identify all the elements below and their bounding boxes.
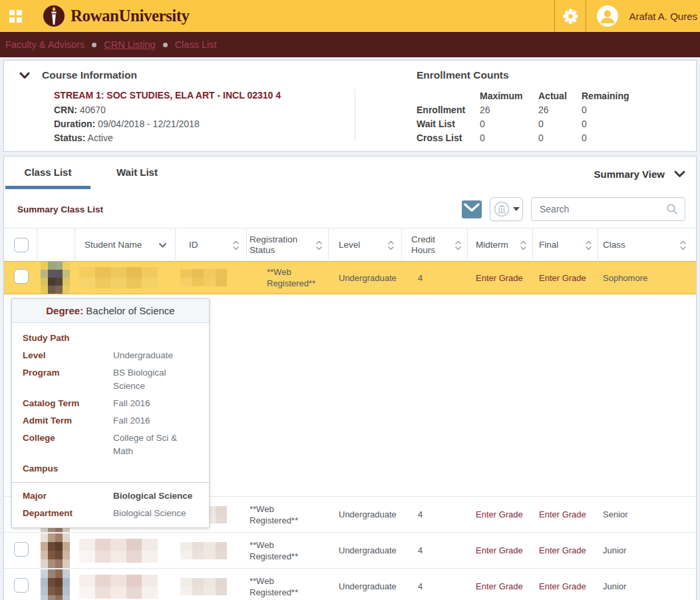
- redacted-student-id: [180, 542, 227, 559]
- column-header-credit-hours[interactable]: Credit Hours: [402, 228, 468, 262]
- redacted-student-photo: [41, 569, 70, 600]
- redacted-student-photo: [41, 262, 70, 294]
- sort-both-icon[interactable]: [315, 240, 323, 251]
- search-icon: [666, 203, 678, 215]
- sort-both-icon[interactable]: [387, 240, 395, 251]
- degree-label: Degree:: [46, 305, 83, 316]
- card-field-level: LevelUndergraduate: [12, 347, 209, 364]
- midterm-enter-grade-link[interactable]: Enter Grade: [476, 509, 523, 519]
- column-header-registration-status[interactable]: Registration Status: [247, 228, 329, 262]
- row-checkbox[interactable]: [14, 542, 29, 557]
- registration-status-cell: **Web Registered**: [247, 575, 329, 598]
- redacted-student-id: [180, 269, 227, 286]
- midterm-enter-grade-link[interactable]: Enter Grade: [476, 545, 523, 555]
- class-cell: Junior: [598, 545, 696, 556]
- level-cell: Undergraduate: [329, 581, 402, 592]
- tab-class-list[interactable]: Class List: [5, 166, 90, 189]
- column-header-student-name[interactable]: Student Name: [75, 228, 176, 262]
- credit-hours-cell: 4: [402, 545, 468, 556]
- row-checkbox[interactable]: [14, 578, 29, 593]
- email-button[interactable]: [462, 200, 482, 218]
- degree-card-header: Degree: Bachelor of Science: [12, 299, 209, 323]
- summary-class-list-title: Summary Class List: [17, 204, 103, 214]
- column-header-id[interactable]: ID: [176, 228, 247, 262]
- course-title: STREAM 1: SOC STUDIES, ELA ART - INCL 02…: [54, 89, 355, 103]
- sort-both-icon[interactable]: [585, 240, 592, 251]
- enrollment-counts: Enrollment Counts Maximum Actual Remaini…: [355, 69, 641, 151]
- sort-both-icon[interactable]: [520, 240, 527, 251]
- search-box: [531, 197, 685, 221]
- tab-bar: Class List Wait List Summary View: [4, 156, 696, 189]
- status-line: Status: Active: [54, 131, 355, 145]
- registration-status-cell: **Web Registered**: [247, 503, 329, 526]
- breadcrumb-crn-listing[interactable]: CRN Listing: [104, 39, 155, 50]
- credit-hours-cell: 4: [402, 581, 468, 592]
- sort-desc-icon[interactable]: [158, 242, 167, 248]
- sort-both-icon[interactable]: [232, 240, 240, 251]
- card-field-catalog-term: Catalog TermFall 2016: [12, 395, 209, 412]
- card-field-college: CollegeCollege of Sci & Math: [12, 430, 209, 460]
- column-header-final[interactable]: Final: [533, 228, 598, 262]
- card-divider: [12, 482, 209, 483]
- row-checkbox[interactable]: [14, 269, 29, 284]
- card-field-department: DepartmentBiological Science: [12, 505, 209, 522]
- export-options-button[interactable]: [490, 197, 523, 221]
- column-header-class[interactable]: Class: [598, 228, 696, 262]
- bank-circle-icon: [494, 201, 510, 217]
- duration-line: Duration: 09/04/2018 - 12/21/2018: [54, 117, 355, 131]
- crn-line: CRN: 40670: [54, 103, 355, 117]
- sort-both-icon[interactable]: [454, 240, 462, 251]
- column-header-midterm[interactable]: Midterm: [468, 228, 533, 262]
- class-cell: Senior: [598, 509, 696, 520]
- search-input[interactable]: [538, 203, 666, 215]
- card-field-admit-term: Admit TermFall 2016: [12, 412, 209, 430]
- view-selector[interactable]: Summary View: [594, 168, 685, 189]
- popup-zone: Degree: Bachelor of Science Study Path L…: [4, 294, 696, 496]
- class-list-panel: Class List Wait List Summary View Summar…: [3, 156, 697, 600]
- settings-button[interactable]: [555, 0, 586, 32]
- table-row[interactable]: **Web Registered** Undergraduate 4 Enter…: [4, 532, 696, 568]
- envelope-icon: [464, 203, 480, 215]
- class-cell: Junior: [598, 581, 696, 592]
- table-row-selected[interactable]: **Web Registered** Undergraduate 4 Enter…: [4, 261, 696, 294]
- breadcrumb-faculty-advisors[interactable]: Faculty & Advisors: [5, 39, 85, 50]
- breadcrumb-separator-dot: [163, 43, 168, 47]
- final-enter-grade-link[interactable]: Enter Grade: [539, 509, 586, 519]
- table-toolbar: Summary Class List: [4, 189, 696, 228]
- enrollment-counts-title: Enrollment Counts: [417, 69, 509, 81]
- class-cell: Sophomore: [598, 272, 696, 284]
- credit-hours-cell: 4: [402, 272, 468, 284]
- column-header-level[interactable]: Level: [329, 228, 402, 262]
- collapse-chevron-icon[interactable]: [19, 72, 30, 79]
- user-name: Arafat A. Qures: [629, 11, 697, 22]
- university-name: RowanUniversity: [71, 7, 190, 25]
- level-cell: Undergraduate: [329, 509, 402, 520]
- app-menu-button[interactable]: [0, 0, 31, 32]
- rowan-university-logo[interactable]: RowanUniversity: [43, 5, 190, 27]
- card-field-program: ProgramBS Biological Science: [12, 364, 209, 395]
- top-bar: RowanUniversity Arafat A. Qures: [0, 0, 700, 32]
- gear-icon: [562, 8, 579, 25]
- sort-both-icon[interactable]: [679, 240, 687, 251]
- card-field-major: MajorBiological Science: [12, 487, 209, 505]
- tab-wait-list[interactable]: Wait List: [100, 166, 174, 189]
- chevron-down-icon: [674, 170, 685, 178]
- user-menu[interactable]: Arafat A. Qures: [586, 0, 700, 32]
- midterm-enter-grade-link[interactable]: Enter Grade: [476, 273, 523, 283]
- grid-menu-icon: [9, 10, 22, 23]
- table-row[interactable]: **Web Registered** Undergraduate 4 Enter…: [4, 568, 696, 600]
- final-enter-grade-link[interactable]: Enter Grade: [539, 273, 586, 283]
- final-enter-grade-link[interactable]: Enter Grade: [539, 545, 586, 555]
- final-enter-grade-link[interactable]: Enter Grade: [539, 581, 586, 591]
- select-all-checkbox[interactable]: [14, 238, 29, 252]
- course-information-panel: Course Information STREAM 1: SOC STUDIES…: [3, 60, 697, 152]
- card-field-study-path: Study Path: [12, 330, 209, 347]
- credit-hours-cell: 4: [402, 509, 468, 520]
- level-cell: Undergraduate: [329, 272, 402, 284]
- student-degree-card: Degree: Bachelor of Science Study Path L…: [11, 298, 210, 528]
- redacted-student-name: [79, 575, 158, 599]
- view-selector-label: Summary View: [594, 168, 665, 180]
- midterm-enter-grade-link[interactable]: Enter Grade: [476, 581, 523, 591]
- enrollment-counts-table: Maximum Actual Remaining Enrollment 26 2…: [417, 89, 641, 145]
- panel-divider: [355, 89, 355, 142]
